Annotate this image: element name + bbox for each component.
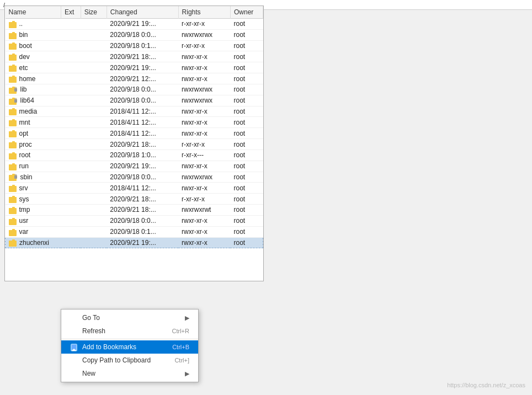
file-ext-cell [61,51,81,62]
file-rights-cell: r-xr-xr-x [178,194,230,205]
file-name-text: bin [19,31,28,39]
file-rights-cell: rwxr-xr-x [178,62,230,73]
context-menu-item[interactable]: New▶ [61,367,198,380]
file-owner-cell: root [230,128,263,139]
table-row[interactable]: home2020/9/21 12:...rwxr-xr-xroot [6,73,263,84]
file-rights-cell: r-xr-x--- [178,150,230,161]
file-size-cell [81,95,107,106]
file-rights-cell: r-xr-xr-x [178,40,230,51]
col-size[interactable]: Size [81,6,107,19]
file-name-text: media [19,108,38,115]
file-rights-cell: rwxrwxrwx [178,172,230,183]
file-owner-cell: root [230,84,263,95]
file-owner-cell: root [230,237,263,248]
folder-icon [9,63,19,72]
file-name-text: lib [20,86,27,93]
file-rights-cell: rwxrwxrwx [178,84,230,95]
table-row[interactable]: ..2020/9/21 19:...r-xr-xr-xroot [6,19,263,30]
file-name-text: sbin [20,173,33,181]
context-menu-item[interactable]: Go To▶ [61,311,198,324]
table-row[interactable]: proc2020/9/21 18:...r-xr-xr-xroot [6,139,263,150]
file-ext-cell [61,95,81,106]
file-ext-cell [61,106,81,117]
table-row[interactable]: boot2020/9/18 0:1...r-xr-xr-xroot [6,40,263,51]
table-row[interactable]: usr2020/9/18 0:0...rwxr-xr-xroot [6,215,263,226]
context-menu-label: Copy Path to Clipboard [82,356,151,364]
context-menu-item[interactable]: RefreshCtrl+R [61,324,198,338]
file-size-cell [81,117,107,128]
file-owner-cell: root [230,215,263,226]
svg-rect-43 [12,163,15,165]
table-row[interactable]: zhuchenxi2020/9/21 19:...rwxr-xr-xroot [6,237,263,248]
watermark: https://blog.csdn.net/z_xcoas [447,382,525,388]
table-row[interactable]: dev2020/9/21 18:...rwxr-xr-xroot [6,51,263,62]
file-changed-cell: 2018/4/11 12:... [107,128,178,139]
file-owner-cell: root [230,62,263,73]
table-row[interactable]: var2020/9/18 0:1...rwxr-xr-xroot [6,226,263,237]
svg-rect-17 [12,76,15,77]
table-row[interactable]: bin2020/9/18 0:0...rwxrwxrwxroot [6,29,263,40]
file-size-cell [81,73,107,84]
table-row[interactable]: mnt2018/4/11 12:...rwxr-xr-xroot [6,117,263,128]
file-owner-cell: root [230,51,263,62]
context-menu: Go To▶RefreshCtrl+RAdd to BookmarksCtrl+… [61,309,199,382]
col-name[interactable]: Name [6,6,61,19]
file-name-cell: etc [6,62,61,73]
svg-rect-37 [12,141,15,143]
table-row[interactable]: media2018/4/11 12:...rwxr-xr-xroot [6,106,263,117]
table-row[interactable]: sys2020/9/21 18:...r-xr-xr-xroot [6,194,263,205]
table-row[interactable]: lib2020/9/18 0:0...rwxrwxrwxroot [6,84,263,95]
file-name-cell: srv [6,183,61,194]
file-changed-cell: 2020/9/21 12:... [107,73,178,84]
menu-icon-spacer [70,357,79,364]
table-row[interactable]: opt2018/4/11 12:...rwxr-xr-xroot [6,128,263,139]
col-rights[interactable]: Rights [178,6,230,19]
svg-rect-62 [12,229,15,231]
context-menu-item[interactable]: Add to BookmarksCtrl+B [61,340,198,354]
svg-rect-28 [12,108,15,110]
table-row[interactable]: etc2020/9/21 19:...rwxr-xr-xroot [6,62,263,73]
file-ext-cell [61,172,81,183]
file-ext-cell [61,194,81,205]
file-name-text: sys [19,195,29,203]
svg-rect-10 [9,55,12,56]
svg-rect-39 [9,153,12,155]
table-row[interactable]: tmp2020/9/21 18:...rwxrwxrwtroot [6,205,263,216]
col-ext[interactable]: Ext [61,6,81,19]
file-rights-cell: rwxrwxrwx [178,29,230,40]
context-menu-item[interactable]: Copy Path to ClipboardCtrl+] [61,354,198,367]
svg-rect-14 [12,65,15,66]
parent-folder-icon [9,20,19,28]
locked-folder-icon [9,86,20,94]
table-row[interactable]: sbin2020/9/18 0:0...rwxrwxrwxroot [6,172,263,183]
svg-rect-64 [9,241,12,242]
file-name-text: .. [19,20,23,28]
svg-rect-13 [9,66,12,67]
col-changed[interactable]: Changed [107,6,178,19]
table-row[interactable]: root2020/9/18 1:0...r-xr-x---root [6,150,263,161]
file-owner-cell: root [230,29,263,40]
file-owner-cell: root [230,73,263,84]
table-row[interactable]: srv2018/4/11 12:...rwxr-xr-xroot [6,183,263,194]
file-panel: Name Ext Size Changed Rights Owner ..202… [4,6,264,281]
menu-icon-spacer [70,328,79,334]
file-ext-cell [61,128,81,139]
svg-rect-45 [12,174,15,175]
table-row[interactable]: run2020/9/21 19:...rwxr-xr-xroot [6,161,263,172]
file-name-cell: .. [6,19,61,30]
file-changed-cell: 2020/9/21 18:... [107,139,178,150]
file-changed-cell: 2018/4/11 12:... [107,106,178,117]
folder-icon [9,151,19,159]
svg-rect-27 [9,109,12,111]
col-owner[interactable]: Owner [230,6,263,19]
table-row[interactable]: lib642020/9/18 0:0...rwxrwxrwxroot [6,95,263,106]
svg-rect-11 [12,54,15,55]
file-size-cell [81,161,107,172]
svg-rect-58 [9,219,12,221]
svg-rect-2 [12,21,15,23]
file-size-cell [81,237,107,248]
file-name-text: lib64 [20,97,34,104]
context-menu-shortcut: Ctrl+] [174,357,189,364]
folder-icon [9,217,19,225]
file-size-cell [81,226,107,237]
